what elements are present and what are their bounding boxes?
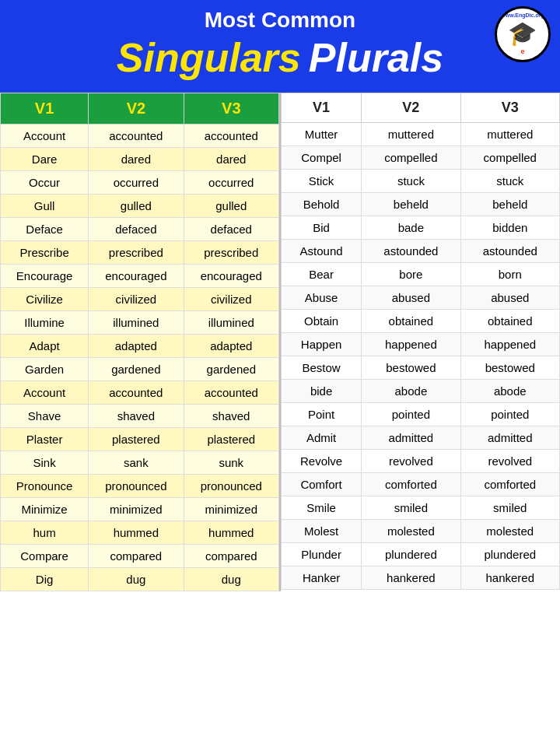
left-cell-r12-c2: shaved — [184, 405, 278, 428]
right-table-header-row: V1 V2 V3 — [282, 93, 560, 123]
right-cell-r5-c0: Astound — [282, 240, 362, 263]
left-cell-r2-c2: occurred — [184, 171, 278, 195]
table-row: Civilizecivilizedcivilized — [1, 288, 279, 311]
right-cell-r15-c1: comforted — [362, 473, 460, 496]
right-cell-r2-c0: Stick — [282, 170, 362, 193]
table-row: Encourageencouragedencouraged — [1, 265, 279, 288]
table-row: Gardengardenedgardened — [1, 358, 279, 381]
left-cell-r10-c2: gardened — [184, 358, 278, 381]
right-cell-r3-c0: Behold — [282, 193, 362, 216]
header-subtitle: Singulars Plurals — [12, 34, 548, 81]
right-cell-r15-c0: Comfort — [282, 473, 362, 496]
header-singulars: Singulars — [117, 34, 301, 81]
right-cell-r16-c0: Smile — [282, 496, 362, 520]
header-most-common: Most Common — [12, 8, 548, 33]
table-row: Bestowbestowedbestowed — [282, 356, 560, 380]
table-row: Muttermutteredmuttered — [282, 123, 560, 146]
left-cell-r7-c2: civilized — [184, 288, 278, 311]
right-cell-r16-c2: smiled — [460, 496, 559, 520]
right-cell-r18-c0: Plunder — [282, 543, 362, 566]
table-row: Illumineilluminedillumined — [1, 311, 279, 335]
left-cell-r17-c0: hum — [1, 521, 89, 545]
left-cell-r12-c0: Shave — [1, 405, 89, 428]
left-col-v3: V3 — [184, 93, 278, 124]
left-cell-r2-c1: occurred — [89, 171, 184, 195]
left-cell-r3-c0: Gull — [1, 195, 89, 218]
table-row: Digdugdug — [1, 568, 279, 591]
logo-graduation-icon: 🎓 — [501, 19, 544, 47]
table-row: Abuseabusedabused — [282, 286, 560, 310]
left-cell-r19-c1: dug — [89, 568, 184, 591]
right-cell-r17-c1: molested — [362, 520, 460, 543]
left-col-v2: V2 — [89, 93, 184, 124]
left-cell-r1-c2: dared — [184, 148, 278, 171]
right-cell-r12-c0: Point — [282, 403, 362, 426]
right-col-v3: V3 — [460, 93, 559, 123]
left-cell-r13-c1: plastered — [89, 428, 184, 451]
left-cell-r6-c0: Encourage — [1, 265, 89, 288]
left-cell-r5-c2: prescribed — [184, 241, 278, 265]
table-row: Revolverevolvedrevolved — [282, 450, 560, 473]
left-cell-r8-c1: illumined — [89, 311, 184, 335]
right-cell-r10-c2: bestowed — [460, 356, 559, 380]
right-cell-r0-c1: muttered — [362, 123, 460, 146]
left-cell-r16-c1: minimized — [89, 498, 184, 521]
left-cell-r9-c1: adapted — [89, 335, 184, 358]
logo-site-name: www.EngDic.org — [501, 12, 544, 19]
table-row: Bidbadebidden — [282, 216, 560, 240]
right-col-v2: V2 — [362, 93, 460, 123]
table-row: Prescribeprescribedprescribed — [1, 241, 279, 265]
right-cell-r1-c2: compelled — [460, 146, 559, 170]
left-cell-r15-c1: pronounced — [89, 475, 184, 498]
right-cell-r0-c0: Mutter — [282, 123, 362, 146]
right-cell-r0-c2: muttered — [460, 123, 559, 146]
table-row: Plunderplunderedplundered — [282, 543, 560, 566]
table-row: Occuroccurredoccurred — [1, 171, 279, 195]
right-cell-r2-c2: stuck — [460, 170, 559, 193]
table-row: Hankerhankeredhankered — [282, 566, 560, 590]
left-cell-r3-c2: gulled — [184, 195, 278, 218]
table-row: Admitadmittedadmitted — [282, 426, 560, 450]
table-row: Comfortcomfortedcomforted — [282, 473, 560, 496]
table-row: Astoundastoundedastounded — [282, 240, 560, 263]
right-cell-r6-c1: bore — [362, 263, 460, 286]
left-cell-r10-c1: gardened — [89, 358, 184, 381]
table-row: Bearboreborn — [282, 263, 560, 286]
left-cell-r1-c1: dared — [89, 148, 184, 171]
table-row: Adaptadaptedadapted — [1, 335, 279, 358]
right-cell-r14-c1: revolved — [362, 450, 460, 473]
left-cell-r2-c0: Occur — [1, 171, 89, 195]
table-row: Smilesmiledsmiled — [282, 496, 560, 520]
right-cell-r17-c0: Molest — [282, 520, 362, 543]
right-cell-r10-c1: bestowed — [362, 356, 460, 380]
table-row: bideabodeabode — [282, 380, 560, 403]
right-cell-r14-c0: Revolve — [282, 450, 362, 473]
left-table: V1 V2 V3 AccountaccountedaccountedDareda… — [0, 93, 279, 591]
left-cell-r4-c0: Deface — [1, 218, 89, 241]
table-row: Sinksanksunk — [1, 451, 279, 475]
left-col-v1: V1 — [1, 93, 89, 124]
left-table-body: AccountaccountedaccountedDaredareddaredO… — [1, 124, 279, 591]
table-row: Pointpointedpointed — [282, 403, 560, 426]
left-table-header-row: V1 V2 V3 — [1, 93, 279, 124]
table-row: Beholdbeheldbeheld — [282, 193, 560, 216]
left-cell-r5-c1: prescribed — [89, 241, 184, 265]
left-cell-r14-c2: sunk — [184, 451, 278, 475]
table-row: Compelcompelledcompelled — [282, 146, 560, 170]
table-row: Gullgulledgulled — [1, 195, 279, 218]
right-cell-r9-c2: happened — [460, 333, 559, 356]
left-cell-r18-c1: compared — [89, 545, 184, 568]
right-cell-r12-c2: pointed — [460, 403, 559, 426]
left-cell-r6-c1: encouraged — [89, 265, 184, 288]
left-cell-r4-c2: defaced — [184, 218, 278, 241]
table-row: Plasterplasteredplastered — [1, 428, 279, 451]
table-row: Stickstuckstuck — [282, 170, 560, 193]
right-cell-r12-c1: pointed — [362, 403, 460, 426]
right-cell-r5-c1: astounded — [362, 240, 460, 263]
table-row: Molestmolestedmolested — [282, 520, 560, 543]
right-cell-r6-c2: born — [460, 263, 559, 286]
left-cell-r5-c0: Prescribe — [1, 241, 89, 265]
left-cell-r16-c0: Minimize — [1, 498, 89, 521]
right-cell-r1-c0: Compel — [282, 146, 362, 170]
table-row: Defacedefaceddefaced — [1, 218, 279, 241]
